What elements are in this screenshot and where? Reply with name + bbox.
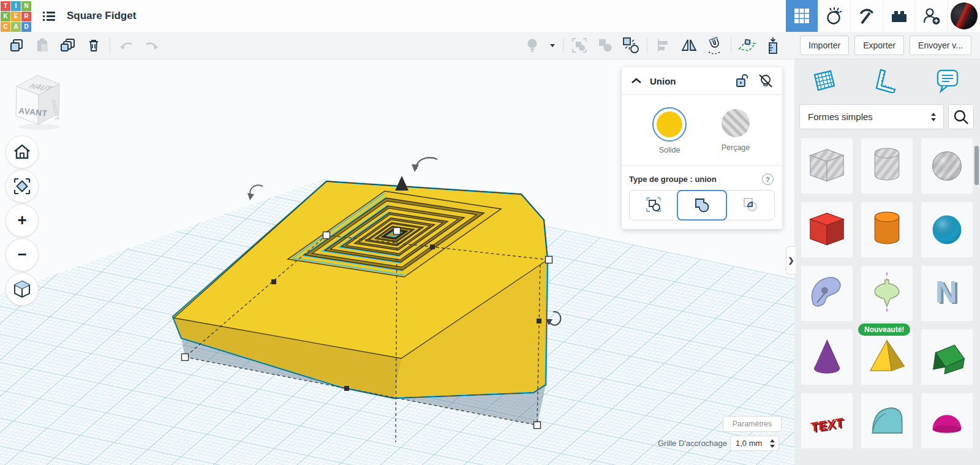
workplane-small-button[interactable] <box>734 34 760 56</box>
home-view-button[interactable] <box>6 135 39 168</box>
avatar-image <box>951 2 978 29</box>
logo-tile: C <box>1 22 10 32</box>
perspective-toggle-button[interactable] <box>6 273 39 306</box>
snap-magnet-button[interactable] <box>702 34 728 56</box>
scale-handle[interactable] <box>534 422 541 429</box>
panel-collapse-tab[interactable]: ❯ <box>786 246 796 274</box>
action-button-2[interactable]: Envoyer v... <box>910 36 971 55</box>
shape-tile-cylinder[interactable] <box>861 202 913 258</box>
panel-tools <box>794 59 980 100</box>
shape-tile-cone[interactable] <box>801 329 853 385</box>
shape-tile-cylinder-hole[interactable] <box>861 138 913 194</box>
shape-tile-text-3d[interactable]: TEXTTEXT <box>801 393 853 449</box>
panel-scrollbar[interactable] <box>974 146 979 185</box>
shape-tile-spinning-top[interactable] <box>861 265 913 322</box>
shape-tile-box-hole[interactable] <box>801 138 853 194</box>
mode-ungroup-button[interactable] <box>630 191 677 219</box>
ruler-small-button[interactable] <box>760 34 786 56</box>
design-menu-icon[interactable] <box>40 7 58 25</box>
logo-tile: R <box>21 12 31 21</box>
scale-handle-mid[interactable] <box>344 386 349 391</box>
scale-handle[interactable] <box>182 354 189 361</box>
group-type-row: Type de groupe : union ? <box>622 166 782 190</box>
tinker-grid-icon[interactable] <box>786 0 818 32</box>
mode-union-button[interactable] <box>677 190 727 221</box>
rotate-handle-top[interactable] <box>412 157 437 172</box>
mode-intersect-button[interactable] <box>726 191 774 219</box>
copy-button[interactable] <box>4 34 29 56</box>
chevron-up-icon[interactable] <box>630 77 643 85</box>
show-all-button[interactable] <box>519 34 545 56</box>
action-button-1[interactable]: Exporter <box>854 36 904 55</box>
toolbar-divider <box>647 37 647 53</box>
logo-tile: N <box>21 1 31 11</box>
lock-open-icon[interactable] <box>734 73 749 89</box>
hide-bulb-off-icon[interactable] <box>758 73 774 89</box>
shape-tile-round-roof[interactable] <box>861 393 913 449</box>
toolbar-right-group <box>519 34 786 56</box>
scale-handle[interactable] <box>546 257 552 263</box>
material-option-solid[interactable]: Solide <box>652 107 687 154</box>
align-button[interactable] <box>650 34 676 56</box>
shape-grid: NNTEXTTEXT <box>794 129 980 449</box>
chevron-right-icon: ❯ <box>788 256 794 265</box>
panel-filter-row: Formes simples <box>794 100 980 129</box>
ungroup-button[interactable] <box>592 34 618 56</box>
material-option-label: Solide <box>659 146 680 154</box>
mirror-button[interactable] <box>676 34 702 56</box>
shape-tile-sphere[interactable] <box>921 202 973 258</box>
snap-grid-select[interactable]: 1,0 mm <box>730 436 779 451</box>
solid-swatch <box>657 112 682 137</box>
scale-handle-mid[interactable] <box>271 279 276 284</box>
delete-button[interactable] <box>81 34 107 56</box>
header-nav <box>786 0 980 32</box>
sim-lab-apple-icon[interactable] <box>818 0 850 32</box>
category-select[interactable]: Formes simples <box>799 104 944 129</box>
share-user-icon[interactable] <box>915 0 948 32</box>
logo-tile: T <box>1 1 10 11</box>
caret-updown-icon <box>930 112 937 123</box>
undo-button[interactable] <box>113 34 139 56</box>
lego-brick-icon[interactable] <box>883 0 915 32</box>
height-handle[interactable] <box>395 176 409 191</box>
category-select-value: Formes simples <box>808 112 930 122</box>
action-button-0[interactable]: Importer <box>800 36 849 55</box>
view-cube[interactable]: HAUTAVANTDROITE <box>16 75 61 130</box>
zoom-in-button[interactable]: + <box>6 204 39 237</box>
redo-button[interactable] <box>139 34 165 56</box>
workplane-tool-icon[interactable] <box>810 67 837 96</box>
minus-icon: − <box>17 246 26 262</box>
scale-handle[interactable] <box>394 228 401 235</box>
zoom-out-button[interactable]: − <box>6 238 39 271</box>
shape-tile-roof[interactable] <box>921 329 973 385</box>
caret-down-button[interactable] <box>545 34 560 56</box>
tinkercad-logo[interactable]: TINKERCAD <box>1 1 31 32</box>
user-avatar[interactable] <box>948 0 980 32</box>
shape-tile-half-sphere[interactable] <box>921 393 973 449</box>
settings-button[interactable]: Paramètres <box>723 416 782 432</box>
search-button[interactable] <box>948 104 974 129</box>
logo-tile: I <box>11 1 21 11</box>
multi-select-button[interactable] <box>618 34 644 56</box>
fit-view-button[interactable] <box>6 170 39 203</box>
material-option-hole[interactable]: Perçage <box>720 107 752 154</box>
group-button[interactable] <box>567 34 592 56</box>
plus-icon: + <box>17 212 26 228</box>
minecraft-pickaxe-icon[interactable] <box>850 0 883 32</box>
shape-tile-pyramid[interactable] <box>861 329 913 385</box>
shape-tile-box[interactable] <box>801 202 853 258</box>
paste-button[interactable] <box>29 34 55 56</box>
help-icon[interactable]: ? <box>762 173 774 185</box>
logo-tile: A <box>11 22 21 32</box>
shape-tile-text[interactable]: NN <box>921 265 973 322</box>
shape-tile-scribble[interactable] <box>801 265 853 322</box>
duplicate-button[interactable] <box>55 34 81 56</box>
notes-tool-icon[interactable] <box>933 67 960 96</box>
rotate-handle-left[interactable] <box>247 185 263 200</box>
scale-handle[interactable] <box>323 232 330 239</box>
ruler-tool-icon[interactable] <box>872 67 899 96</box>
scale-handle-mid[interactable] <box>537 319 541 323</box>
group-mode-buttons <box>629 190 775 221</box>
shape-tile-sphere-hole[interactable] <box>921 138 973 194</box>
scale-handle-mid[interactable] <box>430 244 435 249</box>
